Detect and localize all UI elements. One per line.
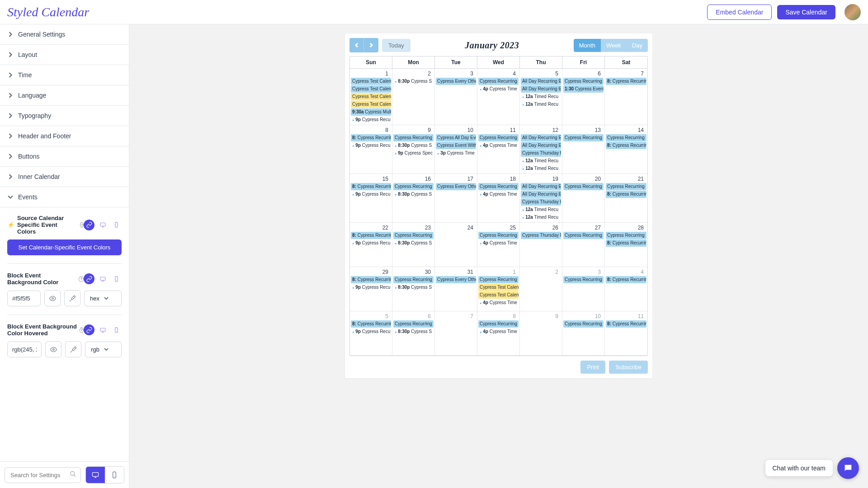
mobile-view-button[interactable] <box>105 467 124 483</box>
calendar-event[interactable]: 9p Cypress Recu <box>351 142 391 149</box>
calendar-day-cell[interactable]: 18Cypress Recurring 4p Cypress Time <box>477 174 520 223</box>
calendar-day-cell[interactable]: 21Cypress Recurring 8: Cypress Recurrin <box>605 174 647 223</box>
calendar-day-cell[interactable]: 88: Cypress Recurrin9p Cypress Recu <box>350 125 392 174</box>
calendar-event[interactable]: 8: Cypress Recurrin <box>351 183 391 190</box>
help-icon[interactable]: ? <box>80 222 84 228</box>
today-button[interactable]: Today <box>382 39 410 52</box>
calendar-event[interactable]: 8:30p Cypress S <box>393 191 434 198</box>
link-icon[interactable] <box>84 324 94 335</box>
calendar-day-cell[interactable]: 23Cypress Recurring8:30p Cypress S <box>392 223 435 267</box>
calendar-event[interactable]: Cypress Thursday R <box>521 232 561 239</box>
calendar-day-cell[interactable]: 1Cypress Recurring Cypress Test CalenCyp… <box>477 267 520 311</box>
calendar-event[interactable]: 12a Timed Recu <box>521 93 561 100</box>
next-month-button[interactable] <box>364 38 378 52</box>
calendar-event[interactable]: Cypress Recurring <box>393 320 434 328</box>
calendar-event[interactable]: 8: Cypress Recurrin <box>606 191 646 198</box>
calendar-event[interactable]: Cypress Recurring <box>478 232 519 239</box>
calendar-day-cell[interactable]: 8Cypress Recurring 4p Cypress Time <box>477 311 520 356</box>
calendar-event[interactable]: 4p Cypress Time <box>478 85 519 93</box>
calendar-event[interactable]: 8: Cypress Recurrin <box>606 320 646 328</box>
calendar-event[interactable]: 4p Cypress Time <box>478 328 519 335</box>
calendar-day-cell[interactable]: 14Cypress Recurring 8: Cypress Recurrin <box>605 125 647 174</box>
save-calendar-button[interactable]: Save Calendar <box>777 5 835 19</box>
embed-calendar-button[interactable]: Embed Calendar <box>707 5 772 20</box>
link-icon[interactable] <box>84 220 94 230</box>
calendar-event[interactable]: 1:30 Cypress Event with Different Start … <box>563 85 604 93</box>
calendar-event[interactable]: All Day Recurring E <box>521 142 561 149</box>
calendar-day-cell[interactable]: 26Cypress Thursday R <box>520 223 562 267</box>
calendar-event[interactable]: 12a Timed Recu <box>521 157 561 164</box>
calendar-event[interactable]: 3p Cypress Time <box>436 150 476 157</box>
calendar-event[interactable]: 9:30a Cypress Multi-Day Duration Event <box>351 108 391 116</box>
calendar-day-cell[interactable]: 78: Cypress Recurrin <box>605 69 647 125</box>
calendar-day-cell[interactable]: 20Cypress Recurring <box>562 174 605 223</box>
accordion-time[interactable]: Time <box>0 65 129 85</box>
calendar-event[interactable]: 8:30p Cypress S <box>393 284 434 291</box>
bg-hover-color-input[interactable] <box>7 342 42 357</box>
desktop-icon[interactable] <box>97 220 108 230</box>
calendar-event[interactable]: Cypress Recurring <box>478 78 519 85</box>
calendar-day-cell[interactable]: 28Cypress Recurring 8: Cypress Recurrin <box>605 223 647 267</box>
calendar-event[interactable]: 12a Timed Recu <box>521 165 561 172</box>
calendar-event[interactable]: 8: Cypress Recurrin <box>351 320 391 328</box>
calendar-event[interactable]: 9p Cypress Recu <box>351 328 391 335</box>
calendar-event[interactable]: Cypress Test Calen <box>351 93 391 100</box>
calendar-event[interactable]: 8:30p Cypress S <box>393 78 434 85</box>
calendar-day-cell[interactable]: 16Cypress Recurring8:30p Cypress S <box>392 174 435 223</box>
mobile-icon[interactable] <box>111 273 122 284</box>
calendar-event[interactable]: Cypress Recurring <box>393 276 434 283</box>
desktop-icon[interactable] <box>97 324 108 335</box>
calendar-event[interactable]: Cypress Test Calen <box>351 85 391 93</box>
calendar-event[interactable]: Cypress Every Othe <box>436 276 476 283</box>
calendar-event[interactable]: 8: Cypress Recurrin <box>606 78 646 85</box>
accordion-general-settings[interactable]: General Settings <box>0 24 129 45</box>
calendar-day-cell[interactable]: 3Cypress Recurring <box>562 267 605 311</box>
calendar-day-cell[interactable]: 6Cypress Recurring1:30 Cypress Event wit… <box>562 69 605 125</box>
calendar-event[interactable]: Cypress Test Calen <box>478 291 519 299</box>
calendar-day-cell[interactable]: 25Cypress Recurring 4p Cypress Time <box>477 223 520 267</box>
calendar-day-cell[interactable]: 118: Cypress Recurrin <box>605 311 647 356</box>
calendar-event[interactable]: 9p Cypress Recu <box>351 284 391 291</box>
calendar-event[interactable]: 8: Cypress Recurrin <box>351 276 391 283</box>
accordion-buttons[interactable]: Buttons <box>0 146 129 167</box>
calendar-day-cell[interactable]: 4Cypress Recurring 4p Cypress Time <box>477 69 520 125</box>
calendar-event[interactable]: Cypress Test Calen <box>351 101 391 108</box>
desktop-icon[interactable] <box>97 273 108 284</box>
calendar-day-cell[interactable]: 9Cypress Recurring8:30p Cypress S9p Cypr… <box>392 125 435 174</box>
calendar-event[interactable]: 8: Cypress Recurrin <box>606 276 646 283</box>
calendar-day-cell[interactable]: 5All Day Recurring EAll Day Recurring E1… <box>520 69 562 125</box>
prev-month-button[interactable] <box>349 38 364 52</box>
calendar-event[interactable]: 8: Cypress Recurrin <box>351 232 391 239</box>
calendar-event[interactable]: 12a Timed Recu <box>521 101 561 108</box>
day-view-button[interactable]: Day <box>627 39 648 52</box>
user-avatar[interactable] <box>844 4 861 20</box>
month-view-button[interactable]: Month <box>574 39 601 52</box>
calendar-event[interactable]: Cypress Recurring <box>563 320 604 328</box>
calendar-event[interactable]: Cypress Recurring <box>563 276 604 283</box>
calendar-day-cell[interactable]: 48: Cypress Recurrin <box>605 267 647 311</box>
color-format-select[interactable]: hex <box>84 291 122 306</box>
calendar-event[interactable]: 12a Timed Recu <box>521 214 561 221</box>
accordion-language[interactable]: Language <box>0 85 129 106</box>
calendar-event[interactable]: Cypress Recurring <box>393 232 434 239</box>
calendar-day-cell[interactable]: 3Cypress Every Othe <box>435 69 477 125</box>
set-calendar-colors-button[interactable]: Set Calendar-Specific Event Colors <box>7 239 122 255</box>
calendar-event[interactable]: Cypress Recurring <box>478 183 519 190</box>
calendar-event[interactable]: Cypress Recurring <box>563 183 604 190</box>
calendar-event[interactable]: All Day Recurring E <box>521 191 561 198</box>
eye-icon[interactable] <box>44 290 61 306</box>
subscribe-button[interactable]: Subscribe <box>609 361 648 374</box>
calendar-event[interactable]: All Day Recurring E <box>521 78 561 85</box>
calendar-event[interactable]: 8: Cypress Recurrin <box>606 142 646 149</box>
calendar-event[interactable]: 8:30p Cypress S <box>393 239 434 247</box>
calendar-event[interactable]: Cypress Recurring <box>606 134 646 141</box>
accordion-layout[interactable]: Layout <box>0 45 129 65</box>
calendar-event[interactable]: 12a Timed Recu <box>521 206 561 213</box>
calendar-event[interactable]: 4p Cypress Time <box>478 299 519 306</box>
calendar-event[interactable]: Cypress Recurring <box>478 276 519 283</box>
calendar-day-cell[interactable]: 11Cypress Recurring 4p Cypress Time <box>477 125 520 174</box>
help-icon[interactable]: ? <box>79 276 84 282</box>
calendar-event[interactable]: Cypress Event With <box>436 142 476 149</box>
desktop-view-button[interactable] <box>86 467 105 483</box>
calendar-event[interactable]: 9p Cypress Recu <box>351 191 391 198</box>
